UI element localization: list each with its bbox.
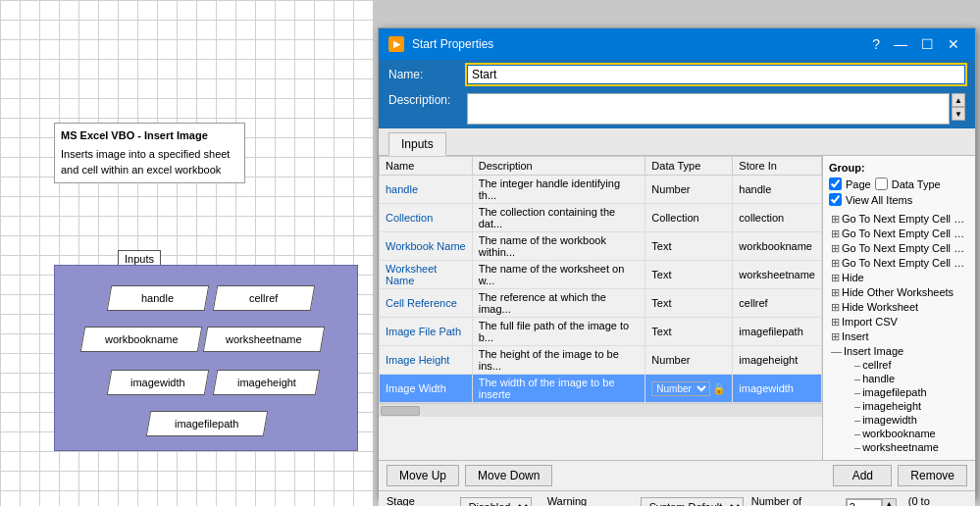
cell-storein: worksheetname — [733, 261, 822, 289]
cell-name: Worksheet Name — [380, 261, 473, 289]
table-row[interactable]: Image Height The height of the image to … — [380, 346, 822, 375]
table-scroll[interactable]: Name Description Data Type Store In hand… — [379, 156, 822, 403]
tree-item[interactable]: ⊞Import CSV — [829, 315, 969, 329]
tabs-row: Inputs — [379, 128, 975, 156]
minutes-input[interactable] — [847, 499, 882, 506]
cell-description: The width of the image to be inserte — [472, 375, 645, 403]
table-row[interactable]: handle The integer handle identifying th… — [380, 176, 822, 204]
tree-item[interactable]: –imageheight — [829, 399, 969, 413]
table-row[interactable]: Collection The collection containing the… — [380, 204, 822, 232]
flow-item-workbookname[interactable]: workbookname — [80, 327, 203, 352]
tree-item-label: Go To Next Empty Cell Left — [842, 228, 969, 239]
h-scroll-thumb[interactable] — [381, 406, 420, 416]
help-button[interactable]: ? — [866, 36, 886, 52]
table-row[interactable]: Worksheet Name The name of the worksheet… — [380, 261, 822, 289]
move-down-button[interactable]: Move Down — [465, 465, 552, 486]
table-row[interactable]: Image Width The width of the image to be… — [380, 375, 822, 403]
tree-item[interactable]: ⊞Hide Worksheet — [829, 300, 969, 315]
cell-description: The full file path of the image to b... — [472, 318, 645, 346]
cell-name: Image Height — [380, 346, 473, 375]
table-row[interactable]: Workbook Name The name of the workbook w… — [380, 232, 822, 261]
desc-scroll-up[interactable]: ▲ — [952, 93, 965, 107]
minimize-button[interactable]: — — [888, 36, 913, 52]
tree-item-label: imageheight — [862, 400, 921, 412]
inputs-table: Name Description Data Type Store In hand… — [379, 156, 822, 403]
warning-threshold-select[interactable]: System Default Custom — [641, 497, 744, 506]
checkbox-viewall-row: View All Items — [829, 193, 969, 206]
stage-logging-row: Stage logging: Disabled Enabled Warning … — [379, 490, 975, 506]
cell-storein: cellref — [733, 289, 822, 318]
flow-item-imageheight[interactable]: imageheight — [213, 370, 321, 395]
tree-item[interactable]: —Insert Image — [829, 344, 969, 358]
tree-item[interactable]: –workbookname — [829, 427, 969, 440]
cell-datatype: Number 🔒 — [645, 375, 733, 403]
tree-list: ⊞Go To Next Empty Cell Dow⊞Go To Next Em… — [829, 212, 969, 454]
tree-item[interactable]: –imagewidth — [829, 413, 969, 427]
tree-item[interactable]: ⊞Hide — [829, 271, 969, 285]
tree-item-label: workbookname — [862, 428, 936, 439]
tree-item-label: handle — [862, 373, 895, 384]
cell-datatype: Text — [645, 261, 733, 289]
remove-button[interactable]: Remove — [898, 465, 967, 486]
tree-item[interactable]: –imagefilepath — [829, 385, 969, 399]
cell-datatype: Text — [645, 289, 733, 318]
tree-item-label: Hide Worksheet — [842, 301, 918, 313]
tree-item-label: Hide — [842, 272, 864, 283]
tree-item[interactable]: ⊞Go To Next Empty Cell Righ — [829, 241, 969, 256]
close-button[interactable]: ✕ — [942, 36, 965, 52]
flow-item-cellref[interactable]: cellref — [213, 285, 316, 311]
tree-item[interactable]: –cellref — [829, 358, 969, 372]
maximize-button[interactable]: ☐ — [915, 36, 940, 52]
tree-item[interactable]: ⊞Go To Next Empty Cell Dow — [829, 212, 969, 227]
action-buttons-row: Move Up Move Down Add Remove — [379, 460, 975, 490]
description-row: Description: ▲ ▼ — [379, 89, 975, 128]
spin-up[interactable]: ▲ — [882, 499, 896, 506]
tree-item[interactable]: ⊞Hide Other Worksheets — [829, 285, 969, 300]
flow-item-imagewidth[interactable]: imagewidth — [107, 370, 210, 395]
checkbox-datatype[interactable] — [875, 177, 888, 190]
dialog-titlebar: ▶ Start Properties ? — ☐ ✕ — [379, 28, 975, 60]
tree-item[interactable]: –handle — [829, 372, 969, 385]
name-input[interactable] — [467, 65, 965, 84]
flow-item-handle[interactable]: handle — [107, 285, 210, 311]
cell-name: Image Width — [380, 375, 473, 403]
tree-item[interactable]: ⊞Insert — [829, 329, 969, 344]
info-title: MS Excel VBO - Insert Image — [61, 127, 238, 144]
add-button[interactable]: Add — [833, 465, 892, 486]
tree-item-label: Go To Next Empty Cell Dow — [842, 213, 969, 225]
desc-scroll-down[interactable]: ▼ — [952, 107, 965, 121]
minutes-spinner[interactable]: ▲ ▼ — [846, 498, 897, 506]
dialog-icon: ▶ — [388, 36, 404, 52]
stage-logging-select[interactable]: Disabled Enabled — [460, 497, 532, 506]
datatype-select[interactable]: Number — [651, 381, 710, 396]
checkbox-viewall[interactable] — [829, 193, 842, 206]
tree-item[interactable]: –worksheetname — [829, 440, 969, 454]
tab-inputs[interactable]: Inputs — [388, 132, 446, 156]
name-row: Name: — [379, 60, 975, 89]
tree-item-label: cellref — [862, 359, 891, 371]
cell-description: The reference at which the imag... — [472, 289, 645, 318]
cell-datatype: Collection — [645, 204, 733, 232]
flow-item-imagefilepath[interactable]: imagefilepath — [146, 411, 269, 436]
dialog-start-properties: ▶ Start Properties ? — ☐ ✕ Name: Descrip… — [378, 27, 976, 498]
checkbox-page[interactable] — [829, 177, 842, 190]
dialog-title: Start Properties — [412, 37, 864, 51]
tree-item[interactable]: ⊞Go To Next Empty Cell Up — [829, 256, 969, 271]
tree-item[interactable]: ⊞Go To Next Empty Cell Left — [829, 227, 969, 241]
table-row[interactable]: Image File Path The full file path of th… — [380, 318, 822, 346]
tree-item-label: Insert Image — [844, 345, 903, 357]
flow-item-worksheetname[interactable]: worksheetname — [203, 327, 326, 352]
move-up-button[interactable]: Move Up — [387, 465, 459, 486]
description-input[interactable] — [467, 93, 950, 125]
description-label: Description: — [388, 93, 467, 107]
tree-item-label: Go To Next Empty Cell Righ — [842, 242, 969, 254]
cell-description: The integer handle identifying th... — [472, 176, 645, 204]
flow-diagram: handle cellref workbookname worksheetnam… — [54, 265, 358, 451]
horizontal-scrollbar[interactable] — [379, 403, 822, 417]
table-row[interactable]: Cell Reference The reference at which th… — [380, 289, 822, 318]
cell-description: The name of the worksheet on w... — [472, 261, 645, 289]
checkbox-page-label: Page — [846, 178, 871, 190]
tree-item-label: Hide Other Worksheets — [842, 286, 954, 298]
cell-description: The height of the image to be ins... — [472, 346, 645, 375]
cell-description: The collection containing the dat... — [472, 204, 645, 232]
